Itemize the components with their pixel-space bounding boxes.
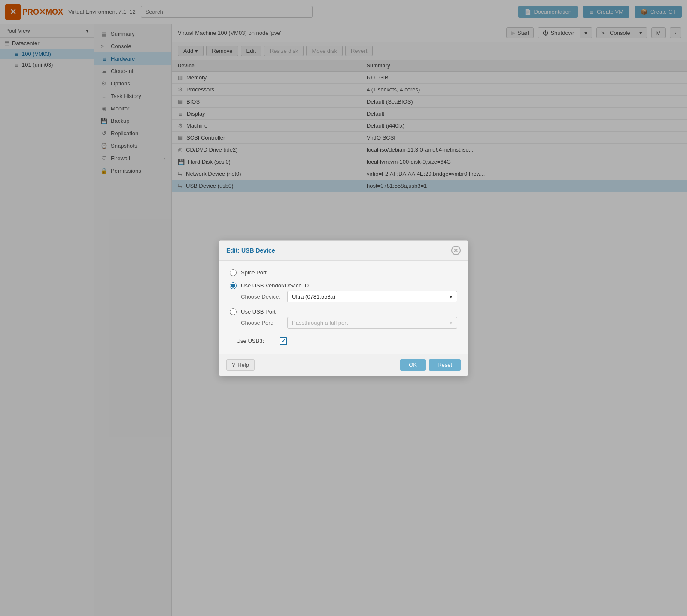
port-select-arrow-icon: ▾ [450, 320, 453, 326]
vendor-id-section: Use USB Vendor/Device ID Choose Device: … [230, 282, 457, 302]
modal-close-button[interactable]: ✕ [451, 246, 461, 255]
usb-port-label[interactable]: Use USB Port [241, 308, 276, 315]
vendor-id-row: Use USB Vendor/Device ID [230, 282, 457, 289]
modal-title: Edit: USB Device [226, 247, 275, 254]
choose-port-select[interactable]: Passthrough a full port ▾ [287, 317, 457, 329]
spice-port-label[interactable]: Spice Port [241, 269, 267, 276]
help-icon: ? [232, 362, 235, 368]
usb-type-radio-group: Spice Port Use USB Vendor/Device ID Choo… [230, 269, 457, 345]
usb3-label: Use USB3: [230, 338, 264, 344]
choose-device-row: Choose Device: Ultra (0781:558a) ▾ [241, 291, 457, 302]
usb-port-row: Use USB Port [230, 308, 457, 315]
reset-button[interactable]: Reset [429, 359, 461, 371]
help-button[interactable]: ? Help [226, 359, 255, 371]
choose-port-row: Choose Port: Passthrough a full port ▾ [241, 317, 457, 329]
choose-port-label: Choose Port: [241, 320, 284, 326]
modal-footer: ? Help OK Reset [219, 354, 468, 376]
choose-device-label: Choose Device: [241, 293, 284, 300]
vendor-id-label[interactable]: Use USB Vendor/Device ID [241, 282, 309, 289]
usb-port-section: Use USB Port Choose Port: Passthrough a … [230, 308, 457, 329]
spice-port-radio[interactable] [230, 269, 237, 276]
spice-port-row: Spice Port [230, 269, 457, 276]
select-arrow-icon: ▾ [450, 293, 453, 300]
modal-header: Edit: USB Device ✕ [219, 241, 468, 261]
usb3-checkbox[interactable] [280, 337, 287, 345]
ok-button[interactable]: OK [400, 359, 426, 371]
modal-body: Spice Port Use USB Vendor/Device ID Choo… [219, 261, 468, 354]
edit-usb-modal: Edit: USB Device ✕ Spice Port Use USB Ve… [219, 240, 468, 376]
use-usb3-row: Use USB3: [230, 337, 457, 345]
choose-device-select[interactable]: Ultra (0781:558a) ▾ [287, 291, 457, 302]
usb-port-radio[interactable] [230, 308, 237, 315]
vendor-id-radio[interactable] [230, 282, 237, 289]
modal-overlay: Edit: USB Device ✕ Spice Port Use USB Ve… [0, 0, 687, 616]
